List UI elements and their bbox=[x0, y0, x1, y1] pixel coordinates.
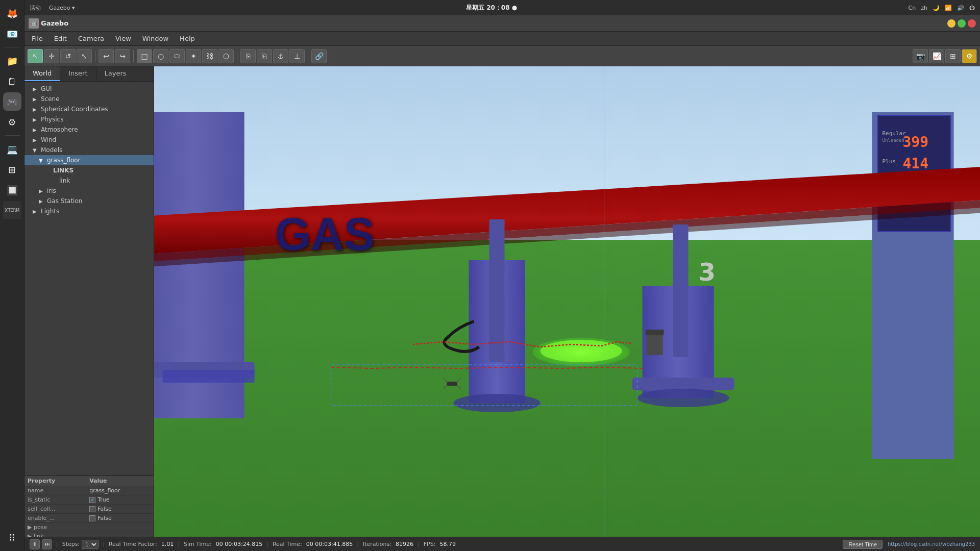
tree-arrow-scene: ▶ bbox=[33, 96, 39, 102]
tree-atmosphere[interactable]: ▶ Atmosphere bbox=[24, 124, 154, 135]
menu-view[interactable]: View bbox=[110, 33, 136, 44]
system-bar-left: 活动 Gazebo ▾ bbox=[30, 4, 75, 12]
step-button[interactable]: ⏭ bbox=[42, 539, 52, 549]
iterations-label: Iterations: bbox=[363, 541, 391, 547]
toolbar-sphere[interactable]: ○ bbox=[153, 49, 168, 63]
dock-gazebo[interactable]: 🎮 bbox=[3, 92, 21, 111]
prop-self-collide-row[interactable]: self_coll... False bbox=[24, 505, 154, 514]
tree-links[interactable]: LINKS bbox=[24, 165, 154, 176]
dock-files[interactable]: 📁 bbox=[3, 52, 21, 70]
prop-enable-wind-row[interactable]: enable_... False bbox=[24, 514, 154, 523]
svg-text:Unleaded: Unleaded bbox=[883, 138, 904, 143]
menu-file[interactable]: File bbox=[27, 33, 48, 44]
dock-notes[interactable]: 🗒 bbox=[3, 72, 21, 90]
toolbar-light[interactable]: ✦ bbox=[186, 49, 201, 63]
toolbar-redo[interactable]: ↪ bbox=[115, 49, 130, 63]
prop-pose-row[interactable]: ▶ pose bbox=[24, 523, 154, 532]
toolbar-scale-tool[interactable]: ⤡ bbox=[77, 49, 92, 63]
close-button[interactable] bbox=[968, 19, 976, 28]
tree-lights[interactable]: ▶ Lights bbox=[24, 206, 154, 216]
dock-grid[interactable]: ⠿ bbox=[3, 529, 21, 547]
tree-grass-floor[interactable]: ▼ grass_floor bbox=[24, 155, 154, 165]
maximize-button[interactable] bbox=[958, 19, 966, 28]
app-name-text[interactable]: Gazebo ▾ bbox=[49, 5, 75, 11]
prop-is-static-row[interactable]: is_static ✓ True bbox=[24, 495, 154, 505]
main-content: World Insert Layers ▶ GUI ▶ Scene ▶ Sphe… bbox=[24, 66, 980, 537]
system-bar-right: Cn zh 🌙 📶 🔊 ⏻ bbox=[909, 5, 975, 11]
pause-button[interactable]: ⏸ bbox=[30, 539, 40, 549]
tree-spherical-coords[interactable]: ▶ Spherical Coordinates bbox=[24, 104, 154, 114]
tree-link[interactable]: link bbox=[24, 176, 154, 186]
power-icon[interactable]: ⏻ bbox=[969, 5, 975, 11]
tree-scene[interactable]: ▶ Scene bbox=[24, 94, 154, 104]
dock-terminal[interactable]: 💻 bbox=[3, 140, 21, 158]
tree-physics[interactable]: ▶ Physics bbox=[24, 114, 154, 124]
menu-window[interactable]: Window bbox=[137, 33, 174, 44]
toolbar-rotate-tool[interactable]: ↺ bbox=[60, 49, 76, 63]
toolbar-box[interactable]: □ bbox=[137, 49, 152, 63]
toolbar-paste[interactable]: ⎗ bbox=[257, 49, 272, 63]
app-name-label[interactable]: Gazebo ▾ bbox=[49, 5, 75, 11]
dock-layers[interactable]: 🔲 bbox=[3, 181, 21, 199]
self-collide-checkbox[interactable] bbox=[89, 506, 95, 512]
menu-edit[interactable]: Edit bbox=[49, 33, 72, 44]
dock-mail[interactable]: 📧 bbox=[3, 24, 21, 43]
toolbar-settings[interactable]: ⚙ bbox=[962, 49, 977, 63]
tree-iris[interactable]: ▶ iris bbox=[24, 186, 154, 196]
toolbar-anchor1[interactable]: ⚓ bbox=[273, 49, 288, 63]
is-static-checkbox[interactable]: ✓ bbox=[89, 497, 95, 503]
steps-select[interactable]: 1 bbox=[82, 540, 99, 549]
dock-apps[interactable]: ⊞ bbox=[3, 160, 21, 179]
prop-self-collide-key: self_coll... bbox=[24, 505, 86, 514]
enable-wind-checkbox[interactable] bbox=[89, 515, 95, 521]
tree-wind[interactable]: ▶ Wind bbox=[24, 135, 154, 145]
region-label[interactable]: zh bbox=[921, 5, 927, 11]
toolbar-anchor2[interactable]: ⊥ bbox=[289, 49, 305, 63]
minimize-button[interactable] bbox=[947, 19, 955, 28]
prop-name-value[interactable]: grass_floor bbox=[86, 486, 154, 495]
prop-self-collide-value[interactable]: False bbox=[86, 505, 154, 514]
moon-icon[interactable]: 🌙 bbox=[933, 5, 940, 11]
fps-label: FPS: bbox=[424, 541, 436, 547]
tree-label-gui: GUI bbox=[41, 85, 52, 92]
menu-help[interactable]: Help bbox=[175, 33, 200, 44]
prop-pose-expand[interactable]: ▶ pose bbox=[24, 523, 154, 532]
prop-is-static-value[interactable]: ✓ True bbox=[86, 495, 154, 505]
tree-label-spherical: Spherical Coordinates bbox=[41, 106, 108, 113]
toolbar-layout[interactable]: ⊞ bbox=[945, 49, 961, 63]
toolbar-undo[interactable]: ↩ bbox=[99, 49, 114, 63]
tree-models[interactable]: ▼ Models bbox=[24, 145, 154, 155]
status-url: https://blog.csdn.net/wbzhang233 bbox=[888, 541, 975, 547]
tab-layers[interactable]: Layers bbox=[96, 66, 135, 81]
menu-bar: File Edit Camera View Window Help bbox=[24, 32, 980, 46]
activity-label[interactable]: 活动 bbox=[30, 4, 41, 12]
prop-link-row[interactable]: ▶ link bbox=[24, 532, 154, 537]
pause-icon: ⏸ bbox=[32, 541, 38, 547]
tree-gui[interactable]: ▶ GUI bbox=[24, 84, 154, 94]
network-icon[interactable]: 📶 bbox=[945, 5, 952, 11]
reset-time-button[interactable]: Reset Time bbox=[843, 540, 883, 549]
toolbar-translate-tool[interactable]: ✛ bbox=[44, 49, 59, 63]
toolbar-select-tool[interactable]: ↖ bbox=[28, 49, 43, 63]
lang-label[interactable]: Cn bbox=[909, 5, 916, 11]
prop-name-row[interactable]: name grass_floor bbox=[24, 486, 154, 495]
dock-firefox[interactable]: 🦊 bbox=[3, 4, 21, 22]
tab-world[interactable]: World bbox=[24, 66, 60, 81]
viewport[interactable]: Regular Unleaded 399 Plus 414 Premium Su… bbox=[154, 66, 980, 537]
toolbar-copy[interactable]: ⎘ bbox=[240, 49, 256, 63]
prop-enable-wind-value[interactable]: False bbox=[86, 514, 154, 523]
toolbar-magnet[interactable]: 🔗 bbox=[311, 49, 327, 63]
prop-link-expand[interactable]: ▶ link bbox=[24, 532, 154, 537]
toolbar-plot[interactable]: 📈 bbox=[929, 49, 944, 63]
tree-gas-station[interactable]: ▶ Gas Station bbox=[24, 196, 154, 206]
toolbar-mesh[interactable]: ⬡ bbox=[218, 49, 234, 63]
tab-insert[interactable]: Insert bbox=[60, 66, 96, 81]
dock-settings[interactable]: ⚙ bbox=[3, 113, 21, 131]
dock-xterm[interactable]: XTERM bbox=[3, 201, 21, 219]
toolbar-joint[interactable]: ⛓ bbox=[202, 49, 217, 63]
menu-camera[interactable]: Camera bbox=[73, 33, 109, 44]
toolbar-screenshot[interactable]: 📷 bbox=[913, 49, 928, 63]
volume-icon[interactable]: 🔊 bbox=[957, 5, 964, 11]
toolbar-cylinder[interactable]: ⬭ bbox=[169, 49, 185, 63]
tree-label-gas-station: Gas Station bbox=[47, 197, 82, 205]
